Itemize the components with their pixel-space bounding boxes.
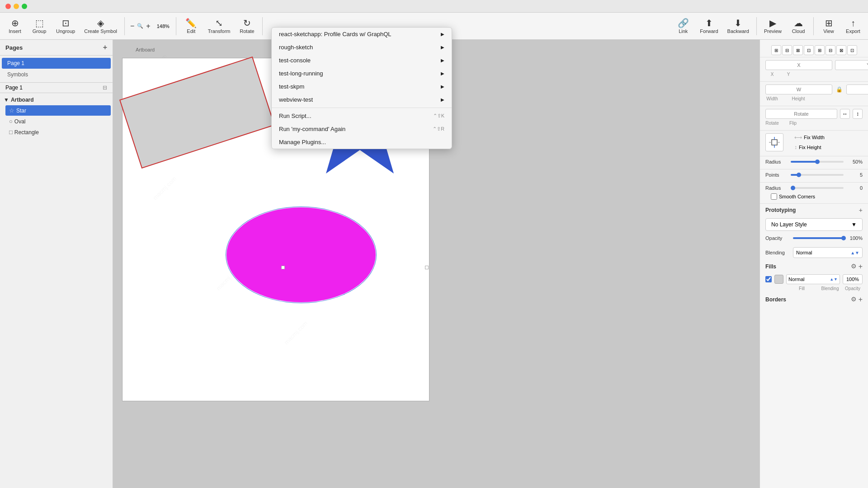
insert-icon: ⊕ xyxy=(11,19,19,28)
dropdown-menu[interactable]: react-sketchapp: Profile Cards w/ GraphQ… xyxy=(271,27,452,149)
page-1-item[interactable]: Page 1 xyxy=(2,58,111,69)
borders-add-button[interactable]: + xyxy=(859,296,863,304)
backward-button[interactable]: ⬇ Backward xyxy=(724,17,753,36)
menu-item-test-skpm[interactable]: test-skpm ▶ xyxy=(272,80,452,93)
ungroup-button[interactable]: ⊡ Ungroup xyxy=(52,17,79,36)
opacity-slider[interactable] xyxy=(793,237,844,239)
menu-item-test-console[interactable]: test-console ▶ xyxy=(272,54,452,67)
export-icon: ↑ xyxy=(851,19,855,28)
cloud-button[interactable]: ☁ Cloud xyxy=(787,17,810,36)
flip-v-button[interactable]: ↕ xyxy=(853,109,863,119)
align-center-h-button[interactable]: ⊟ xyxy=(782,45,792,55)
link-icon: 🔗 xyxy=(678,19,689,28)
zoom-value[interactable]: 148% xyxy=(154,23,172,29)
menu-arrow-1: ▶ xyxy=(441,32,444,37)
close-button[interactable] xyxy=(5,4,11,9)
forward-label: Forward xyxy=(700,28,718,34)
zoom-controls: − 🔍 + xyxy=(128,22,152,30)
position-y-input[interactable] xyxy=(835,60,868,70)
radius1-fill xyxy=(791,161,817,163)
view-button[interactable]: ⊞ View xyxy=(817,17,840,36)
create-symbol-button[interactable]: ◈ Create Symbol xyxy=(80,17,121,36)
fills-add-button[interactable]: + xyxy=(859,263,863,271)
rotate-button[interactable]: ↻ Rotate xyxy=(236,17,259,36)
fill-color-swatch[interactable] xyxy=(774,275,783,284)
opacity-thumb[interactable] xyxy=(841,236,846,240)
align-center-v-button[interactable]: ⊞ xyxy=(815,45,825,55)
width-input[interactable] xyxy=(765,84,832,94)
symbols-page-item[interactable]: Symbols xyxy=(2,69,111,80)
blending-value: Normal xyxy=(796,250,812,255)
maximize-button[interactable] xyxy=(22,4,27,9)
zoom-plus[interactable]: + xyxy=(146,22,150,30)
rectangle-shape[interactable] xyxy=(119,56,275,169)
edit-button[interactable]: ✏️ Edit xyxy=(180,17,203,36)
align-top-button[interactable]: ⊡ xyxy=(804,45,814,55)
fills-settings-icon[interactable]: ⚙ xyxy=(851,263,857,271)
toolbar-divider-2 xyxy=(176,17,176,35)
artboard-layers: ☆ Star ○ Oval □ Rectangle xyxy=(0,105,113,137)
blending-dropdown[interactable]: Normal ▲▼ xyxy=(793,247,863,258)
export-label: Export xyxy=(846,28,860,34)
resizing-control[interactable] xyxy=(765,133,783,151)
add-page-button[interactable]: + xyxy=(103,43,107,52)
radius1-slider[interactable] xyxy=(791,161,844,163)
page-footer: Page 1 ⊟ xyxy=(0,83,113,93)
fix-height-icon: ↕ xyxy=(794,144,797,150)
layer-oval[interactable]: ○ Oval xyxy=(5,116,111,127)
rotate-input[interactable] xyxy=(765,109,837,119)
position-section: X Y xyxy=(760,57,868,82)
distribute-v-button[interactable]: ⊡ xyxy=(847,45,857,55)
position-x-input[interactable] xyxy=(765,60,832,70)
export-button[interactable]: ↑ Export xyxy=(842,17,864,36)
smooth-corners-checkbox[interactable] xyxy=(771,193,777,200)
lock-icon[interactable]: 🔒 xyxy=(835,85,844,94)
menu-arrow-6: ▶ xyxy=(441,97,444,102)
layer-rectangle[interactable]: □ Rectangle xyxy=(5,127,111,137)
opacity-fill xyxy=(793,237,844,239)
menu-item-test-long-running[interactable]: test-long-running ▶ xyxy=(272,67,452,80)
no-layer-style[interactable]: No Layer Style ▼ xyxy=(765,218,863,231)
fix-width-row: ⟷ Fix Width xyxy=(789,133,830,141)
radius2-section: Radius 0 Smooth Corners xyxy=(760,183,868,204)
points-row: Points 5 xyxy=(765,172,863,178)
points-slider[interactable] xyxy=(791,174,844,176)
radius1-thumb[interactable] xyxy=(815,160,820,164)
distribute-h-button[interactable]: ⊠ xyxy=(836,45,846,55)
align-right-button[interactable]: ⊠ xyxy=(793,45,803,55)
group-label: Group xyxy=(33,28,47,34)
forward-button[interactable]: ⬆ Forward xyxy=(696,17,722,36)
preview-button[interactable]: ▶ Preview xyxy=(760,17,785,36)
menu-item-run-again[interactable]: Run 'my-command' Again ⌃⇧R xyxy=(272,122,452,136)
fill-labels: Fill Blending Opacity xyxy=(760,286,868,293)
fill-opacity-input[interactable] xyxy=(843,274,863,284)
points-thumb[interactable] xyxy=(797,173,801,177)
minimize-button[interactable] xyxy=(14,4,19,9)
align-bottom-button[interactable]: ⊟ xyxy=(826,45,835,55)
fill-checkbox[interactable] xyxy=(765,276,772,282)
align-left-button[interactable]: ⊞ xyxy=(771,45,781,55)
radius2-label: Radius xyxy=(765,185,788,191)
menu-arrow-3: ▶ xyxy=(441,58,444,63)
link-button[interactable]: 🔗 Link xyxy=(672,17,694,36)
menu-item-manage-plugins[interactable]: Manage Plugins... xyxy=(272,136,452,149)
flip-h-button[interactable]: ↔ xyxy=(840,109,850,119)
menu-item-rough-sketch[interactable]: rough-sketch ▶ xyxy=(272,41,452,54)
menu-item-run-script[interactable]: Run Script... ⌃⇧K xyxy=(272,109,452,122)
artboard-group-header[interactable]: ▼ Artboard xyxy=(0,95,113,105)
insert-button[interactable]: ⊕ Insert xyxy=(4,17,26,36)
transform-button[interactable]: ⤡ Transform xyxy=(204,17,234,36)
menu-item-webview-test[interactable]: webview-test ▶ xyxy=(272,93,452,106)
radius2-slider[interactable] xyxy=(791,187,844,189)
fill-blending-dropdown[interactable]: Normal ▲▼ xyxy=(786,274,840,284)
height-input[interactable] xyxy=(846,84,868,94)
oval-shape[interactable] xyxy=(226,207,376,302)
prototyping-add-button[interactable]: + xyxy=(859,206,863,214)
borders-settings-icon[interactable]: ⚙ xyxy=(851,296,857,304)
layer-star[interactable]: ☆ Star xyxy=(5,105,111,116)
zoom-minus[interactable]: − xyxy=(130,22,134,30)
group-button[interactable]: ⬚ Group xyxy=(28,17,51,36)
menu-item-react-sketchapp[interactable]: react-sketchapp: Profile Cards w/ GraphQ… xyxy=(272,28,452,41)
toolbar-divider-5 xyxy=(813,17,814,35)
radius2-thumb[interactable] xyxy=(791,186,795,190)
